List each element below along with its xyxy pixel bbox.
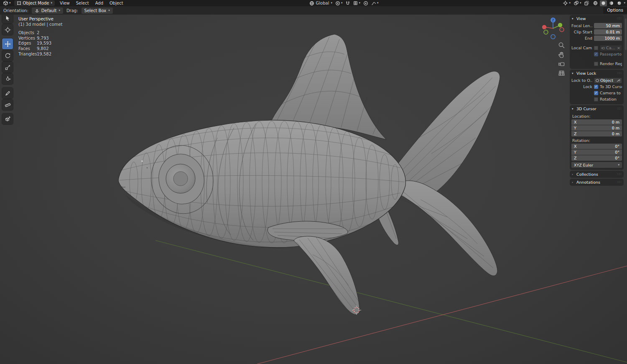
snap-toggle[interactable] — [344, 0, 352, 6]
stat-value: 19,582 — [37, 52, 51, 57]
panel-3d-cursor: ▾ 3D Cursor ∷∷ Location: X 0 m Y 0 m Z 0… — [570, 105, 624, 170]
panel-title: View — [576, 16, 586, 21]
shading-rendered-button[interactable] — [616, 0, 623, 6]
panel-annotations-header[interactable]: › Annotations ∷∷ — [570, 179, 624, 186]
gizmo-y-neg-axis[interactable] — [544, 30, 548, 34]
to-3d-cursor-checkbox[interactable]: ✓ — [594, 85, 598, 89]
xray-toggle[interactable] — [583, 0, 591, 6]
menu-object[interactable]: Object — [107, 0, 126, 6]
clip-start-field[interactable]: 0.01 m — [594, 29, 622, 35]
shading-solid-button[interactable] — [600, 0, 607, 6]
panel-grip-icon[interactable]: ∷∷ — [617, 181, 622, 184]
local-camera-checkbox[interactable] — [594, 46, 598, 50]
pelvic-fin — [294, 236, 359, 314]
clear-icon[interactable]: × — [617, 46, 620, 50]
move-tool[interactable] — [2, 38, 13, 49]
gizmo-y-axis[interactable] — [558, 23, 562, 27]
fish-model[interactable] — [117, 34, 500, 314]
tool-group-annotate — [2, 88, 13, 110]
cursor-tool[interactable] — [2, 24, 13, 35]
gizmo-x-axis[interactable] — [542, 25, 546, 29]
gizmo-x-neg-axis[interactable] — [560, 28, 564, 32]
orientation-select[interactable]: Default ▾ — [32, 8, 63, 14]
menu-add[interactable]: Add — [92, 0, 106, 6]
local-camera-field[interactable]: Ca... × — [600, 45, 622, 51]
focal-length-row: Focal Len... 50 mm — [571, 23, 622, 28]
add-cube-tool[interactable] — [2, 114, 13, 124]
cursor-location-y[interactable]: Y 0 m — [571, 125, 622, 131]
sidebar-n-panel: ▾ View ∷∷ Focal Len... 50 mm Clip Start … — [570, 15, 624, 187]
panel-view-header[interactable]: ▾ View ∷∷ — [570, 15, 624, 22]
menu-view[interactable]: View — [57, 0, 73, 6]
focal-length-field[interactable]: 50 mm — [594, 23, 622, 28]
navigation-gizmo[interactable]: Z — [538, 15, 568, 43]
chevron-down-icon: ▾ — [108, 9, 110, 12]
render-region-label: Render Regi... — [600, 61, 622, 66]
gizmo-z-neg-axis[interactable] — [551, 35, 555, 39]
toggle-perspective-button[interactable] — [558, 70, 565, 77]
transform-icon — [5, 76, 11, 82]
shading-wireframe-button[interactable] — [592, 0, 599, 6]
panel-grip-icon[interactable]: ∷∷ — [617, 173, 622, 176]
passepartout-checkbox[interactable]: ✓ — [594, 52, 598, 56]
panel-grip-icon[interactable]: ∷∷ — [617, 17, 622, 20]
cursor-rotation-x[interactable]: X 0° — [571, 144, 622, 149]
eyedropper-icon[interactable] — [617, 78, 620, 82]
panel-view-lock-header[interactable]: ▾ View Lock ∷∷ — [570, 70, 624, 77]
drag-select[interactable]: Select Box ▾ — [82, 8, 113, 14]
viewport-3d[interactable] — [0, 0, 627, 364]
shading-material-button[interactable] — [608, 0, 615, 6]
panel-grip-icon[interactable]: ∷∷ — [617, 107, 622, 111]
transform-tool[interactable] — [2, 73, 13, 84]
show-gizmo-dropdown[interactable]: ▾ — [561, 0, 572, 6]
cursor-location-x[interactable]: X 0 m — [571, 119, 622, 125]
cursor-rotation-fields: X 0° Y 0° Z 0° — [571, 144, 622, 161]
drag-select-value: Select Box — [84, 8, 107, 13]
chevron-down-icon: ▾ — [341, 2, 343, 5]
pan-button[interactable] — [558, 51, 565, 58]
camera-to-view-row: ✓ Camera to Vi... — [571, 90, 622, 96]
clip-end-field[interactable]: 1000 m — [594, 35, 622, 41]
mode-selector[interactable]: Object Mode ▾ — [14, 0, 55, 6]
transform-orientation-dropdown[interactable]: Global ▾ — [308, 0, 334, 6]
sidebar-scrollbar[interactable] — [625, 18, 627, 50]
cursor-rotation-label: Rotation: — [572, 138, 621, 143]
proportional-falloff-dropdown[interactable]: ▾ — [370, 0, 380, 6]
options-button[interactable]: Options — [603, 7, 627, 14]
panel-title: Annotations — [576, 180, 600, 185]
cursor-rotation-z[interactable]: Z 0° — [571, 155, 622, 161]
check-icon: ✓ — [595, 52, 598, 56]
panel-view: ▾ View ∷∷ Focal Len... 50 mm Clip Start … — [570, 15, 624, 69]
stat-triangles: Triangles 19,582 — [18, 52, 63, 57]
cursor-rotation-y[interactable]: Y 0° — [571, 149, 622, 155]
panel-collections-header[interactable]: › Collections ∷∷ — [570, 171, 624, 178]
rotate-tool[interactable] — [2, 50, 13, 61]
clip-start-row: Clip Start 0.01 m — [571, 29, 622, 35]
panel-title: Collections — [576, 172, 598, 177]
show-overlays-dropdown[interactable]: ▾ — [572, 0, 583, 6]
proportional-editing-toggle[interactable] — [362, 0, 370, 6]
chevron-down-icon: ▾ — [9, 2, 11, 5]
rotation-mode-value: XYZ Euler — [574, 163, 593, 167]
scale-tool[interactable] — [2, 62, 13, 73]
axis-label: Y — [574, 149, 576, 155]
editor-type-selector[interactable]: ▾ — [2, 0, 12, 6]
lock-rotation-checkbox[interactable] — [594, 97, 598, 101]
render-region-checkbox[interactable] — [594, 62, 598, 66]
zoom-button[interactable] — [558, 42, 565, 49]
rotation-mode-dropdown[interactable]: XYZ Euler ▾ — [571, 162, 622, 168]
lock-to-object-field[interactable]: Object — [594, 78, 622, 83]
shading-dropdown[interactable]: ▾ — [624, 2, 625, 5]
panel-grip-icon[interactable]: ∷∷ — [617, 72, 622, 75]
menu-select[interactable]: Select — [73, 0, 92, 6]
camera-to-view-checkbox[interactable]: ✓ — [594, 91, 598, 95]
object-mode-icon — [17, 1, 21, 5]
annotate-tool[interactable] — [2, 88, 13, 99]
axis-label: Z — [574, 155, 577, 161]
panel-3d-cursor-header[interactable]: ▾ 3D Cursor ∷∷ — [570, 105, 624, 112]
pivot-point-dropdown[interactable]: ▾ — [334, 0, 344, 6]
measure-tool[interactable] — [2, 99, 13, 110]
cursor-location-z[interactable]: Z 0 m — [571, 131, 622, 136]
camera-view-button[interactable] — [558, 61, 565, 68]
snap-settings-dropdown[interactable]: ▾ — [352, 0, 362, 6]
